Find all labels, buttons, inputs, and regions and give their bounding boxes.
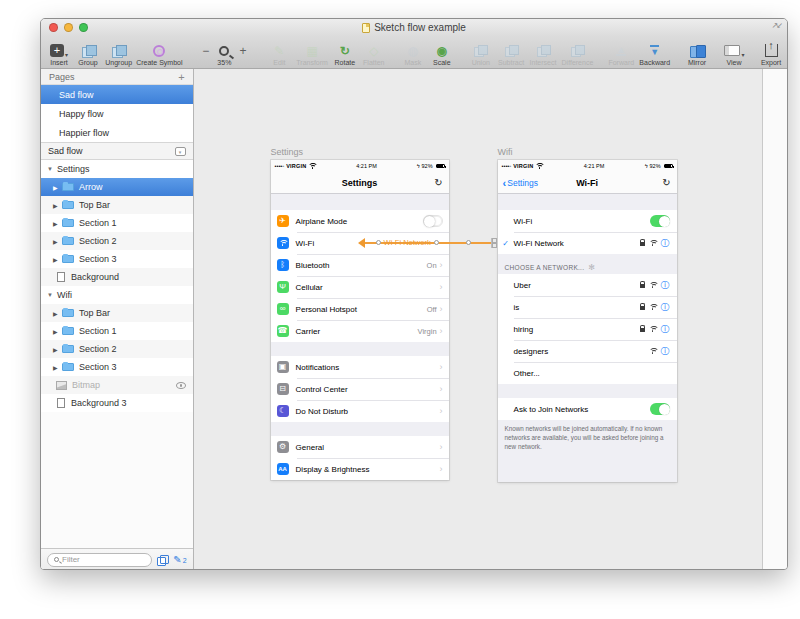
layer-group-settings[interactable]: ▼ Settings — [41, 160, 193, 178]
nav-bar: Settings ↻ — [271, 172, 449, 194]
visibility-eye-icon[interactable] — [176, 382, 186, 389]
folder-icon — [62, 237, 74, 245]
network-row-uber[interactable]: Uber ⓘ — [498, 274, 677, 296]
mirror-button[interactable]: Mirror — [687, 43, 707, 66]
back-button[interactable]: ‹Settings — [503, 178, 538, 188]
chevron-right-icon[interactable]: ▶ — [53, 328, 62, 335]
page-item-happier-flow[interactable]: Happier flow — [41, 123, 193, 142]
chevron-right-icon[interactable]: ▶ — [53, 364, 62, 371]
settings-row-airplane[interactable]: ✈ Airplane Mode — [271, 210, 449, 232]
layer-item-section-1[interactable]: ▶ Section 1 — [41, 214, 193, 232]
info-icon[interactable]: ⓘ — [661, 279, 670, 292]
chevron-down-icon: ▾ — [65, 52, 68, 58]
mask-icon: ◍ — [408, 43, 418, 58]
settings-row-notifications[interactable]: ▣ Notifications › — [271, 356, 449, 378]
chevron-right-icon[interactable]: ▶ — [53, 202, 62, 209]
network-row-other[interactable]: Other... — [498, 362, 677, 384]
wifi-toggle[interactable] — [650, 215, 670, 227]
chevron-right-icon[interactable]: ▶ — [53, 310, 62, 317]
chevron-right-icon[interactable]: ▶ — [53, 184, 62, 191]
connected-network-row[interactable]: ✓ Wi-Fi Network ⓘ — [498, 232, 677, 254]
layer-item-section-1b[interactable]: ▶ Section 1 — [41, 322, 193, 340]
page-item-sad-flow[interactable]: Sad flow — [41, 85, 193, 104]
zoom-out-button[interactable]: − — [202, 44, 209, 66]
insert-button[interactable]: +▾ Insert — [49, 43, 69, 66]
view-button[interactable]: ▾ View — [724, 43, 744, 66]
info-icon[interactable]: ⓘ — [661, 237, 670, 250]
settings-row-bluetooth[interactable]: ᛒ Bluetooth On › — [271, 254, 449, 276]
layer-group-wifi[interactable]: ▼ Wifi — [41, 286, 193, 304]
export-button[interactable]: Export — [761, 43, 781, 66]
wifi-footer-note: Known networks will be joined automatica… — [498, 420, 677, 455]
chevron-right-icon: › — [440, 326, 443, 336]
refresh-icon[interactable]: ↻ — [662, 177, 670, 188]
network-row-designers[interactable]: designers ⓘ — [498, 340, 677, 362]
lock-icon — [640, 284, 645, 288]
ungroup-button[interactable]: Ungroup — [107, 43, 130, 66]
refresh-icon[interactable]: ↻ — [434, 177, 442, 188]
artboard-label-settings[interactable]: Settings — [271, 147, 304, 157]
chevron-right-icon[interactable]: ▶ — [53, 238, 62, 245]
settings-row-hotspot[interactable]: ∞ Personal Hotspot Off › — [271, 298, 449, 320]
airplane-toggle[interactable] — [423, 215, 443, 227]
ask-to-join-row[interactable]: Ask to Join Networks — [498, 398, 677, 420]
layer-item-arrow[interactable]: ▶ Arrow — [41, 178, 193, 196]
scale-button[interactable]: ◉ Scale — [432, 43, 452, 66]
minimize-window-button[interactable] — [64, 23, 73, 32]
chevron-down-icon[interactable]: ▼ — [47, 292, 57, 298]
zoom-level-button[interactable]: 35% — [214, 43, 234, 66]
layer-item-section-3b[interactable]: ▶ Section 3 — [41, 358, 193, 376]
info-icon[interactable]: ⓘ — [661, 323, 670, 336]
selection-handle[interactable] — [466, 240, 471, 245]
filter-input[interactable]: Filter — [47, 553, 152, 567]
chevron-right-icon[interactable]: ▶ — [53, 256, 62, 263]
edit-badge-icon[interactable]: ✎2 — [173, 554, 186, 565]
info-icon[interactable]: ⓘ — [661, 345, 670, 358]
settings-row-display[interactable]: AA Display & Brightness › — [271, 458, 449, 480]
chevron-right-icon[interactable]: ▶ — [53, 346, 62, 353]
settings-row-dnd[interactable]: ☾ Do Not Disturb › — [271, 400, 449, 422]
artboard-label-wifi[interactable]: Wifi — [498, 147, 513, 157]
close-window-button[interactable] — [49, 23, 58, 32]
group-button[interactable]: Group — [78, 43, 98, 66]
table-gap — [271, 194, 449, 210]
fullscreen-icon[interactable]: ↗↙ — [772, 21, 781, 30]
artboard-wifi[interactable]: ••••◦ VIRGIN 4:21 PM ϟ 92% ‹Settings Wi-… — [498, 160, 677, 482]
info-icon[interactable]: ⓘ — [661, 301, 670, 314]
network-row-hiring[interactable]: hiring ⓘ — [498, 318, 677, 340]
settings-row-cellular[interactable]: Ψ Cellular › — [271, 276, 449, 298]
chevron-right-icon[interactable]: ▶ — [53, 220, 62, 227]
rotate-button[interactable]: ↻ Rotate — [335, 43, 355, 66]
wifi-toggle-row[interactable]: Wi-Fi — [498, 210, 677, 232]
create-symbol-button[interactable]: Create Symbol — [139, 43, 179, 66]
chevron-right-icon: › — [440, 406, 443, 416]
folder-icon — [62, 345, 74, 353]
add-page-button[interactable]: + — [178, 71, 184, 83]
layer-item-bitmap[interactable]: Bitmap — [41, 376, 193, 394]
settings-row-general[interactable]: ⚙ General › — [271, 436, 449, 458]
backward-button[interactable]: ▼ Backward — [641, 43, 668, 66]
layer-item-top-bar[interactable]: ▶ Top Bar — [41, 196, 193, 214]
artboard-list-icon[interactable]: ▾ — [175, 147, 186, 156]
layer-item-background[interactable]: Background — [41, 268, 193, 286]
settings-row-wifi[interactable]: Wi-Fi — [271, 232, 449, 254]
zoom-in-button[interactable]: + — [239, 44, 246, 66]
zoom-window-button[interactable] — [79, 23, 88, 32]
network-row-is[interactable]: is ⓘ — [498, 296, 677, 318]
layer-item-section-3[interactable]: ▶ Section 3 — [41, 250, 193, 268]
artboard-settings[interactable]: ••••◦ VIRGIN 4:21 PM ϟ 92% Settings ↻ — [271, 160, 449, 480]
pages-overview-icon[interactable] — [157, 555, 168, 565]
selection-handle[interactable] — [491, 238, 494, 248]
canvas[interactable]: Settings ••••◦ VIRGIN 4:21 PM ϟ 92% — [194, 69, 762, 570]
mask-button: ◍ Mask — [403, 43, 423, 66]
layer-item-background-3[interactable]: Background 3 — [41, 394, 193, 412]
nav-bar: ‹Settings Wi-Fi ↻ — [498, 172, 677, 194]
chevron-down-icon[interactable]: ▼ — [47, 166, 57, 172]
settings-row-carrier[interactable]: ☎ Carrier Virgin › — [271, 320, 449, 342]
layer-item-top-bar-2[interactable]: ▶ Top Bar — [41, 304, 193, 322]
settings-row-control-center[interactable]: ⊟ Control Center › — [271, 378, 449, 400]
ask-to-join-toggle[interactable] — [650, 403, 670, 415]
layer-item-section-2b[interactable]: ▶ Section 2 — [41, 340, 193, 358]
layer-item-section-2[interactable]: ▶ Section 2 — [41, 232, 193, 250]
page-item-happy-flow[interactable]: Happy flow — [41, 104, 193, 123]
